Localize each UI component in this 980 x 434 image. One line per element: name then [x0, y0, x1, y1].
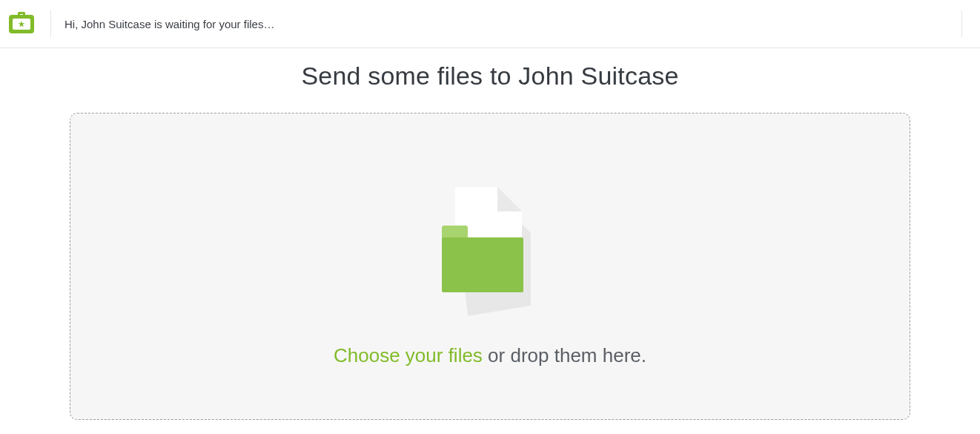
header-divider [50, 10, 51, 37]
header: Hi, John Suitcase is waiting for your fi… [0, 0, 980, 48]
choose-files-link[interactable]: Choose your files [334, 344, 483, 366]
file-dropzone[interactable]: Choose your files or drop them here. [70, 113, 910, 420]
header-greeting: Hi, John Suitcase is waiting for your fi… [60, 18, 274, 30]
page-title: Send some files to John Suitcase [70, 62, 910, 91]
svg-rect-4 [442, 237, 523, 292]
drop-hint: or drop them here. [483, 344, 646, 366]
folder-file-icon [423, 174, 557, 322]
main-content: Send some files to John Suitcase Ch [0, 62, 980, 420]
header-divider-right [961, 10, 962, 37]
suitcase-icon [9, 12, 34, 36]
logo[interactable] [9, 12, 49, 36]
svg-rect-3 [442, 226, 468, 239]
dropzone-text: Choose your files or drop them here. [334, 344, 646, 367]
